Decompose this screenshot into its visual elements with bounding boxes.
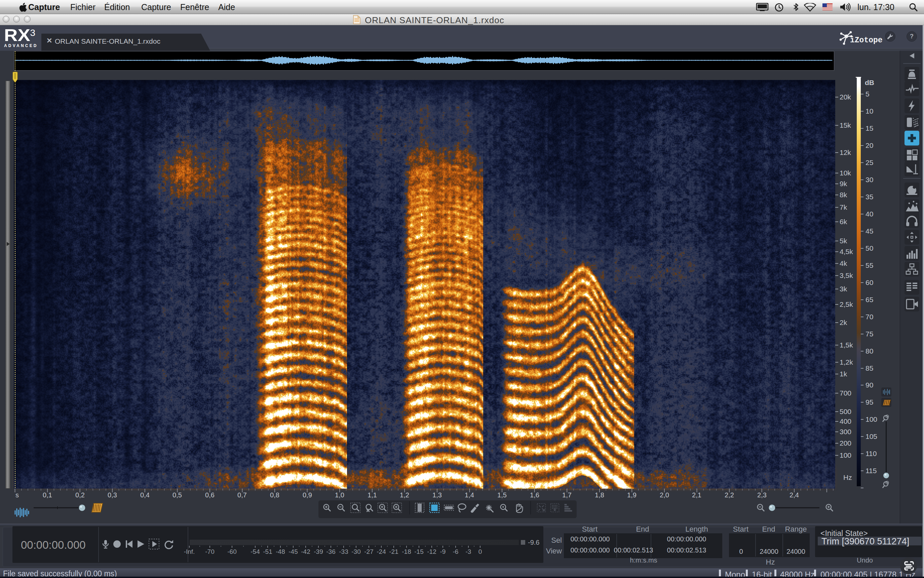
svg-text:-30: -30 — [351, 548, 360, 555]
svg-text:15: 15 — [865, 124, 873, 132]
svg-text:-24: -24 — [377, 548, 386, 555]
svg-text:9k: 9k — [839, 180, 848, 188]
svg-text:100: 100 — [865, 416, 877, 423]
svg-text:3,5k: 3,5k — [839, 271, 853, 279]
svg-text:0: 0 — [478, 548, 482, 555]
svg-text:75: 75 — [865, 330, 873, 338]
svg-text:12k: 12k — [839, 149, 851, 156]
svg-text:dB: dB — [865, 79, 874, 86]
svg-text:-18: -18 — [402, 548, 411, 555]
svg-text:-12: -12 — [427, 548, 436, 555]
svg-text:-3: -3 — [466, 548, 472, 555]
svg-text:-60: -60 — [227, 548, 236, 555]
svg-text:5: 5 — [865, 90, 870, 98]
svg-text:50: 50 — [865, 244, 873, 252]
svg-text:-36: -36 — [326, 548, 335, 555]
svg-text:1k: 1k — [839, 370, 848, 378]
svg-text:400: 400 — [839, 417, 851, 425]
svg-text:-48: -48 — [276, 548, 285, 555]
svg-text:-6: -6 — [453, 548, 459, 555]
svg-text:105: 105 — [865, 432, 877, 440]
svg-text:500: 500 — [839, 408, 851, 416]
svg-text:-27: -27 — [364, 548, 373, 555]
svg-text:iZotope: iZotope — [850, 36, 883, 45]
svg-text:6k: 6k — [839, 218, 848, 226]
svg-text:35: 35 — [865, 193, 873, 201]
svg-text:8k: 8k — [839, 191, 848, 199]
svg-text:85: 85 — [865, 364, 873, 372]
svg-text:-39: -39 — [314, 548, 323, 555]
svg-text:7k: 7k — [839, 203, 848, 211]
svg-text:5k: 5k — [839, 237, 848, 245]
svg-text:115: 115 — [865, 467, 877, 474]
svg-text:300: 300 — [839, 428, 851, 435]
svg-text:25: 25 — [865, 159, 873, 166]
svg-text:-21: -21 — [389, 548, 398, 555]
svg-text:1,5k: 1,5k — [839, 341, 853, 349]
svg-text:700: 700 — [839, 389, 851, 397]
svg-text:-15: -15 — [414, 548, 423, 555]
svg-text:4k: 4k — [839, 260, 848, 267]
svg-text:70: 70 — [865, 313, 873, 321]
svg-text:10: 10 — [865, 107, 873, 115]
svg-text:2,5k: 2,5k — [839, 300, 853, 308]
svg-text:100: 100 — [839, 451, 851, 459]
svg-text:3k: 3k — [839, 285, 848, 293]
svg-text:60: 60 — [865, 279, 873, 286]
svg-text:-33: -33 — [339, 548, 348, 555]
svg-text:95: 95 — [865, 398, 873, 406]
svg-text:4,5k: 4,5k — [839, 248, 853, 255]
svg-text:-54: -54 — [251, 548, 260, 555]
svg-text:200: 200 — [839, 439, 851, 447]
svg-text:20k: 20k — [839, 93, 851, 101]
svg-text:110: 110 — [865, 450, 877, 457]
svg-text:-42: -42 — [301, 548, 310, 555]
svg-text:-9: -9 — [440, 548, 446, 555]
svg-text:20: 20 — [865, 141, 873, 149]
svg-text:55: 55 — [865, 261, 873, 269]
svg-text:-45: -45 — [288, 548, 298, 555]
svg-text:10k: 10k — [839, 169, 851, 177]
svg-text:45: 45 — [865, 227, 873, 235]
svg-text:Hz: Hz — [843, 474, 852, 481]
svg-text:80: 80 — [865, 347, 873, 355]
svg-text:90: 90 — [865, 381, 873, 389]
svg-text:65: 65 — [865, 296, 873, 304]
svg-text:40: 40 — [865, 210, 873, 218]
svg-text:30: 30 — [865, 176, 873, 183]
svg-text:-Inf.: -Inf. — [184, 548, 195, 555]
svg-text:15k: 15k — [839, 121, 851, 129]
svg-text:-70: -70 — [205, 548, 214, 555]
svg-text:2k: 2k — [839, 318, 848, 326]
svg-text:-51: -51 — [263, 548, 272, 555]
svg-text:1,2k: 1,2k — [839, 358, 853, 366]
